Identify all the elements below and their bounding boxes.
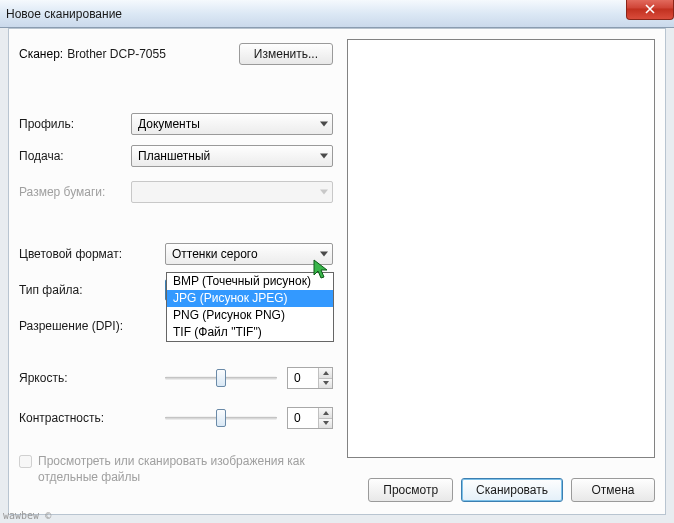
contrast-slider[interactable] xyxy=(165,407,277,429)
spin-down[interactable] xyxy=(318,379,332,389)
separate-files-row: Просмотреть или сканировать изображения … xyxy=(19,453,333,485)
contrast-value: 0 xyxy=(294,411,301,425)
chevron-down-icon xyxy=(320,190,328,195)
dialog-body: Сканер: Brother DCP-7055 Изменить... Про… xyxy=(8,28,666,515)
window-title: Новое сканирование xyxy=(6,7,122,21)
preview-button[interactable]: Просмотр xyxy=(368,478,453,502)
spin-up[interactable] xyxy=(318,408,332,419)
paper-select xyxy=(131,181,333,203)
contrast-spin[interactable]: 0 xyxy=(287,407,333,429)
filetype-label: Тип файла: xyxy=(19,283,165,297)
slider-thumb[interactable] xyxy=(216,369,226,387)
contrast-row: Контрастность: 0 xyxy=(19,407,333,429)
slider-thumb[interactable] xyxy=(216,409,226,427)
chevron-down-icon xyxy=(320,122,328,127)
feed-select[interactable]: Планшетный xyxy=(131,145,333,167)
brightness-slider[interactable] xyxy=(165,367,277,389)
scanner-label: Сканер: xyxy=(19,47,63,61)
brightness-value: 0 xyxy=(294,371,301,385)
colorfmt-label: Цветовой формат: xyxy=(19,247,165,261)
profile-label: Профиль: xyxy=(19,117,131,131)
feed-label: Подача: xyxy=(19,149,131,163)
colorfmt-row: Цветовой формат: Оттенки серого xyxy=(19,243,333,265)
contrast-label: Контрастность: xyxy=(19,411,165,425)
preview-area xyxy=(347,39,655,458)
spin-up[interactable] xyxy=(318,368,332,379)
spin-down[interactable] xyxy=(318,419,332,429)
separate-files-label: Просмотреть или сканировать изображения … xyxy=(38,453,333,485)
feed-value: Планшетный xyxy=(138,149,210,163)
feed-row: Подача: Планшетный xyxy=(19,145,333,167)
paper-label: Размер бумаги: xyxy=(19,185,131,199)
profile-select[interactable]: Документы xyxy=(131,113,333,135)
filetype-dropdown[interactable]: BMP (Точечный рисунок) JPG (Рисунок JPEG… xyxy=(166,272,334,342)
profile-value: Документы xyxy=(138,117,200,131)
dropdown-option-jpg[interactable]: JPG (Рисунок JPEG) xyxy=(167,290,333,307)
titlebar: Новое сканирование xyxy=(0,0,674,28)
colorfmt-value: Оттенки серого xyxy=(172,247,258,261)
left-panel: Сканер: Brother DCP-7055 Изменить... Про… xyxy=(9,29,347,514)
chevron-down-icon xyxy=(320,252,328,257)
paper-row: Размер бумаги: xyxy=(19,181,333,203)
dpi-label: Разрешение (DPI): xyxy=(19,319,165,333)
change-scanner-button[interactable]: Изменить... xyxy=(239,43,333,65)
scan-button[interactable]: Сканировать xyxy=(461,478,563,502)
colorfmt-select[interactable]: Оттенки серого xyxy=(165,243,333,265)
close-button[interactable] xyxy=(626,0,674,20)
dropdown-option-png[interactable]: PNG (Рисунок PNG) xyxy=(167,307,333,324)
bottom-bar: Просмотр Сканировать Отмена xyxy=(368,478,655,502)
scanner-row: Сканер: Brother DCP-7055 Изменить... xyxy=(19,43,333,65)
dropdown-option-bmp[interactable]: BMP (Точечный рисунок) xyxy=(167,273,333,290)
brightness-label: Яркость: xyxy=(19,371,165,385)
right-panel xyxy=(347,29,665,514)
close-icon xyxy=(645,4,655,14)
brightness-spin[interactable]: 0 xyxy=(287,367,333,389)
brightness-row: Яркость: 0 xyxy=(19,367,333,389)
chevron-down-icon xyxy=(320,154,328,159)
dropdown-option-tif[interactable]: TIF (Файл "TIF") xyxy=(167,324,333,341)
separate-files-checkbox xyxy=(19,455,32,468)
profile-row: Профиль: Документы xyxy=(19,113,333,135)
cancel-button[interactable]: Отмена xyxy=(571,478,655,502)
scanner-name: Brother DCP-7055 xyxy=(67,47,166,61)
watermark: wawbew © xyxy=(3,510,51,521)
